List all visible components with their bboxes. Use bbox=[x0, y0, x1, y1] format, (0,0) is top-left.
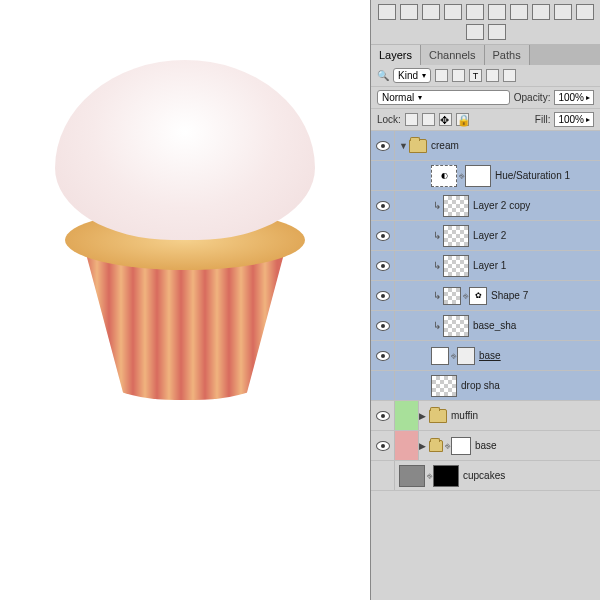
visibility-toggle[interactable] bbox=[376, 291, 390, 301]
adjustment-thumb[interactable]: ◐ bbox=[431, 165, 457, 187]
tab-channels[interactable]: Channels bbox=[421, 45, 484, 65]
layer-group-base[interactable]: ▶ ⎆ base bbox=[371, 431, 600, 461]
adj-icon[interactable] bbox=[466, 4, 484, 20]
clip-indicator-icon: ↳ bbox=[431, 260, 443, 271]
adj-icon[interactable] bbox=[510, 4, 528, 20]
layer-base-shape[interactable]: ⎆ base bbox=[371, 341, 600, 371]
layer-shape7[interactable]: ↳ ⎆ ✿ Shape 7 bbox=[371, 281, 600, 311]
layer-name[interactable]: Shape 7 bbox=[487, 290, 528, 301]
adj-icon[interactable] bbox=[554, 4, 572, 20]
layer-name[interactable]: Layer 1 bbox=[469, 260, 506, 271]
layer-drop-sha[interactable]: drop sha bbox=[371, 371, 600, 401]
filter-row: 🔍 Kind T bbox=[371, 65, 600, 87]
lock-all-icon[interactable]: 🔒 bbox=[456, 113, 469, 126]
layer-group-muffin[interactable]: ▶ muffin bbox=[371, 401, 600, 431]
visibility-toggle[interactable] bbox=[376, 201, 390, 211]
layer-name[interactable]: cream bbox=[427, 140, 459, 151]
visibility-toggle[interactable] bbox=[376, 141, 390, 151]
layer-thumb[interactable] bbox=[399, 465, 425, 487]
layer-thumb[interactable] bbox=[443, 315, 469, 337]
visibility-toggle[interactable] bbox=[376, 261, 390, 271]
layer-name[interactable]: Layer 2 copy bbox=[469, 200, 530, 211]
layer-name[interactable]: base_sha bbox=[469, 320, 516, 331]
adj-icon[interactable] bbox=[466, 24, 484, 40]
link-icon[interactable]: ⎆ bbox=[457, 172, 465, 180]
adj-icon[interactable] bbox=[488, 24, 506, 40]
disclosure-triangle[interactable]: ▶ bbox=[419, 441, 429, 451]
tab-paths[interactable]: Paths bbox=[485, 45, 530, 65]
adj-icon[interactable] bbox=[378, 4, 396, 20]
layer-layer1[interactable]: ↳ Layer 1 bbox=[371, 251, 600, 281]
clip-indicator-icon: ↳ bbox=[431, 200, 443, 211]
lock-transparent-icon[interactable] bbox=[405, 113, 418, 126]
layer-thumb[interactable] bbox=[443, 255, 469, 277]
blend-row: Normal Opacity: 100% bbox=[371, 87, 600, 109]
tab-layers[interactable]: Layers bbox=[371, 45, 421, 65]
clip-indicator-icon: ↳ bbox=[431, 230, 443, 241]
layer-name[interactable]: base bbox=[471, 440, 497, 451]
adj-icon[interactable] bbox=[488, 4, 506, 20]
opacity-label: Opacity: bbox=[514, 92, 551, 103]
layer-layer2copy[interactable]: ↳ Layer 2 copy bbox=[371, 191, 600, 221]
visibility-toggle[interactable] bbox=[376, 351, 390, 361]
lock-position-icon[interactable]: ✥ bbox=[439, 113, 452, 126]
mask-thumb[interactable] bbox=[451, 437, 471, 455]
layer-name[interactable]: muffin bbox=[447, 410, 478, 421]
link-icon[interactable]: ⎆ bbox=[425, 472, 433, 480]
link-icon[interactable]: ⎆ bbox=[443, 442, 451, 450]
adj-icon[interactable] bbox=[532, 4, 550, 20]
layer-layer2[interactable]: ↳ Layer 2 bbox=[371, 221, 600, 251]
filter-kind-dropdown[interactable]: Kind bbox=[393, 68, 431, 83]
blend-mode-dropdown[interactable]: Normal bbox=[377, 90, 510, 105]
layer-thumb[interactable] bbox=[431, 375, 457, 397]
folder-icon bbox=[429, 440, 443, 452]
adj-icon[interactable] bbox=[444, 4, 462, 20]
visibility-toggle[interactable] bbox=[376, 321, 390, 331]
filter-pixel-icon[interactable] bbox=[435, 69, 448, 82]
layer-name[interactable]: Hue/Saturation 1 bbox=[491, 170, 570, 181]
lock-row: Lock: ✥ 🔒 Fill: 100% bbox=[371, 109, 600, 131]
clip-indicator-icon: ↳ bbox=[431, 290, 443, 301]
disclosure-triangle[interactable]: ▶ bbox=[419, 411, 429, 421]
visibility-toggle[interactable] bbox=[376, 231, 390, 241]
opacity-input[interactable]: 100% bbox=[554, 90, 594, 105]
layer-cupcakes[interactable]: ⎆ cupcakes bbox=[371, 461, 600, 491]
adj-icon[interactable] bbox=[576, 4, 594, 20]
layer-thumb[interactable] bbox=[443, 287, 461, 305]
adj-icon[interactable] bbox=[422, 4, 440, 20]
layer-thumb[interactable] bbox=[443, 225, 469, 247]
layer-name[interactable]: base bbox=[475, 350, 501, 361]
layer-hue-saturation[interactable]: ◐ ⎆ Hue/Saturation 1 bbox=[371, 161, 600, 191]
filter-type-icon[interactable]: T bbox=[469, 69, 482, 82]
mask-thumb[interactable] bbox=[433, 465, 459, 487]
canvas-area bbox=[0, 0, 370, 600]
fill-label: Fill: bbox=[535, 114, 551, 125]
layer-thumb[interactable] bbox=[431, 347, 449, 365]
link-icon[interactable]: ⎆ bbox=[461, 292, 469, 300]
layer-name[interactable]: cupcakes bbox=[459, 470, 505, 481]
folder-icon bbox=[409, 139, 427, 153]
link-icon[interactable]: ⎆ bbox=[449, 352, 457, 360]
visibility-toggle[interactable] bbox=[376, 411, 390, 421]
fill-input[interactable]: 100% bbox=[554, 112, 594, 127]
filter-shape-icon[interactable] bbox=[486, 69, 499, 82]
adj-icon[interactable] bbox=[400, 4, 418, 20]
panel-tabs: Layers Channels Paths bbox=[371, 45, 600, 65]
vector-mask-thumb[interactable] bbox=[457, 347, 475, 365]
filter-adjust-icon[interactable] bbox=[452, 69, 465, 82]
filter-smart-icon[interactable] bbox=[503, 69, 516, 82]
layer-name[interactable]: Layer 2 bbox=[469, 230, 506, 241]
visibility-toggle[interactable] bbox=[376, 441, 390, 451]
layer-thumb[interactable] bbox=[443, 195, 469, 217]
folder-icon bbox=[429, 409, 447, 423]
disclosure-triangle[interactable]: ▼ bbox=[399, 141, 409, 151]
layer-base-sha[interactable]: ↳ base_sha bbox=[371, 311, 600, 341]
layer-name[interactable]: drop sha bbox=[457, 380, 500, 391]
layer-color-chip bbox=[395, 401, 419, 430]
layers-panel: Layers Channels Paths 🔍 Kind T Normal Op… bbox=[370, 0, 600, 600]
layer-list: ▼ cream ◐ ⎆ Hue/Saturation 1 ↳ Layer 2 c… bbox=[371, 131, 600, 600]
vector-mask-thumb[interactable]: ✿ bbox=[469, 287, 487, 305]
layer-group-cream[interactable]: ▼ cream bbox=[371, 131, 600, 161]
lock-pixels-icon[interactable] bbox=[422, 113, 435, 126]
mask-thumb[interactable] bbox=[465, 165, 491, 187]
